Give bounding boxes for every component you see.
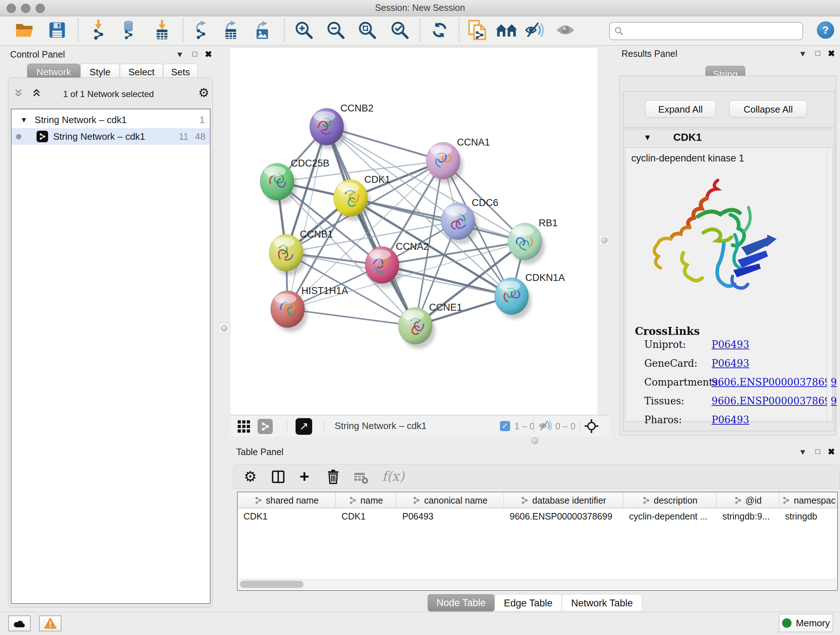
grid-view-icon[interactable] (238, 420, 250, 432)
gene-section-header[interactable]: ▼ CDK1 (623, 129, 835, 146)
zoom-fit-button[interactable] (355, 17, 379, 43)
tab-node-table[interactable]: Node Table (428, 594, 494, 611)
cell-database-identifier[interactable]: 9606.ENSP00000378699 (504, 508, 623, 524)
show-all-button[interactable] (554, 17, 577, 43)
control-panel-collapse-icon[interactable]: ▼ (176, 50, 184, 59)
table-settings-gear-icon[interactable]: ⚙ (244, 468, 257, 485)
zoom-selected-button[interactable] (388, 17, 412, 43)
section-caret-icon[interactable]: ▼ (644, 133, 652, 142)
results-panel-close-icon[interactable]: ✖ (828, 49, 835, 59)
vertical-splitter-left[interactable] (216, 46, 231, 612)
expand-all-networks-button[interactable] (32, 88, 41, 99)
birds-eye-crosshair-icon[interactable] (584, 419, 599, 433)
open-session-button[interactable] (13, 17, 36, 43)
network-node-CDKN1A[interactable]: CDKN1A (494, 272, 565, 319)
hidden-eye-slash-icon[interactable] (538, 420, 553, 432)
warnings-button[interactable] (39, 616, 62, 631)
network-node-CCNB2[interactable]: CCNB2 (309, 103, 374, 149)
network-node-RB1[interactable]: RB1 (508, 218, 558, 264)
delete-table-icon[interactable] (354, 472, 368, 484)
cell-namespace[interactable]: stringdb (779, 508, 838, 524)
function-builder-fx-icon[interactable]: f(x) (382, 469, 404, 484)
table-panel-float-icon[interactable]: □ (815, 447, 820, 456)
results-scrollbar[interactable] (827, 148, 831, 421)
network-node-CDC25B[interactable]: CDC25B (260, 158, 330, 204)
network-edge-CCNB2-HIST1H1A[interactable] (287, 127, 327, 309)
network-icon-badge[interactable] (257, 419, 273, 434)
add-column-plus-icon[interactable]: + (300, 467, 309, 486)
window-title: Session: New Session (0, 3, 840, 13)
table-row[interactable]: CDK1 CDK1 P06493 9606.ENSP00000378699 cy… (238, 508, 837, 524)
column-header[interactable]: canonical name (396, 492, 504, 508)
column-header[interactable]: name (336, 492, 396, 508)
selected-checkbox-icon[interactable]: ✓ (500, 421, 510, 431)
crosslink-link[interactable]: 9606.ENSP00000378699 (712, 377, 837, 388)
crosslink-link[interactable]: P06493 (712, 414, 749, 425)
cell-canonical-name[interactable]: P06493 (396, 508, 504, 524)
refresh-button[interactable] (428, 17, 452, 43)
save-session-button[interactable] (45, 17, 69, 43)
cell-description[interactable]: cyclin-dependent ... (623, 508, 717, 524)
cell-name[interactable]: CDK1 (336, 508, 396, 524)
tab-edge-table[interactable]: Edge Table (494, 594, 562, 611)
cell-id[interactable]: stringdb:9... (717, 508, 779, 524)
collapse-all-networks-button[interactable] (14, 88, 23, 99)
separator (287, 419, 287, 433)
open-in-window-icon[interactable]: ↗ (295, 418, 312, 435)
network-canvas[interactable]: CCNB2CCNA1CDC25BCDK1CDC6RB1CCNB1CCNA2CDK… (231, 47, 598, 415)
search-input[interactable] (626, 24, 797, 37)
column-header[interactable]: @id (717, 492, 779, 508)
tab-network-table[interactable]: Network Table (562, 594, 642, 611)
memory-button[interactable]: Memory (779, 614, 833, 632)
network-collection-label: String Network – cdk1 (35, 114, 126, 126)
splitter-handle[interactable] (219, 323, 229, 333)
column-header[interactable]: namespac (779, 492, 838, 508)
export-table-button[interactable] (219, 17, 243, 43)
vertical-splitter-right[interactable] (598, 46, 615, 437)
network-row-selected[interactable]: String Network – cdk1 11 48 (11, 128, 210, 145)
table-panel-collapse-icon[interactable]: ▼ (799, 448, 807, 457)
network-options-gear-icon[interactable]: ⚙ (198, 86, 209, 100)
table-horizontal-scrollbar[interactable] (238, 579, 836, 589)
results-panel-float-icon[interactable]: □ (815, 49, 820, 58)
control-panel-float-icon[interactable]: □ (193, 49, 197, 59)
network-edge-CDK1-RB1[interactable] (351, 198, 525, 241)
network-icon (123, 30, 134, 40)
export-image-button[interactable] (250, 17, 274, 43)
scrollbar-thumb[interactable] (240, 581, 303, 588)
expand-all-button[interactable]: Expand All (645, 100, 716, 118)
collapse-all-button[interactable]: Collapse All (729, 100, 807, 118)
show-columns-icon[interactable] (272, 470, 285, 483)
column-header[interactable]: database identifier (504, 492, 623, 508)
crosslink-link[interactable]: 9606.ENSP00000378699 (712, 395, 837, 407)
import-network-database-button[interactable] (117, 17, 141, 43)
horizontal-splitter[interactable] (231, 437, 840, 445)
splitter-handle[interactable] (531, 437, 538, 444)
export-network-button[interactable] (189, 17, 213, 43)
import-table-button[interactable] (150, 17, 174, 43)
network-view-title: String Network – cdk1 (335, 420, 426, 432)
results-panel-collapse-icon[interactable]: ▼ (799, 49, 807, 59)
network-node-CCNB1[interactable]: CCNB1 (269, 229, 333, 276)
crosslink-link[interactable]: P06493 (712, 339, 749, 350)
column-header[interactable]: shared name (238, 492, 336, 508)
zoom-out-button[interactable] (324, 17, 347, 43)
cloud-button[interactable] (8, 616, 31, 631)
first-neighbors-button[interactable] (494, 17, 518, 43)
crosslink-link[interactable]: P06493 (712, 358, 749, 369)
splitter-handle[interactable] (599, 235, 609, 245)
new-network-from-selection-button[interactable] (465, 17, 489, 43)
zoom-in-button[interactable] (292, 17, 316, 43)
cell-shared-name[interactable]: CDK1 (238, 508, 336, 524)
hide-selection-button[interactable] (523, 17, 547, 43)
tree-expand-caret-icon[interactable]: ▼ (20, 116, 27, 124)
network-node-CCNA1[interactable]: CCNA1 (426, 137, 490, 184)
table-panel-close-icon[interactable]: ✖ (828, 447, 835, 457)
control-panel-close-icon[interactable]: ✖ (205, 49, 212, 59)
help-button[interactable]: ? (817, 21, 834, 39)
delete-column-trash-icon[interactable] (327, 470, 339, 484)
import-network-file-button[interactable] (87, 17, 111, 43)
network-node-HIST1H1A[interactable]: HIST1H1A (271, 285, 348, 332)
network-collection-row[interactable]: ▼ String Network – cdk1 1 (11, 111, 210, 128)
column-header[interactable]: description (623, 492, 717, 508)
